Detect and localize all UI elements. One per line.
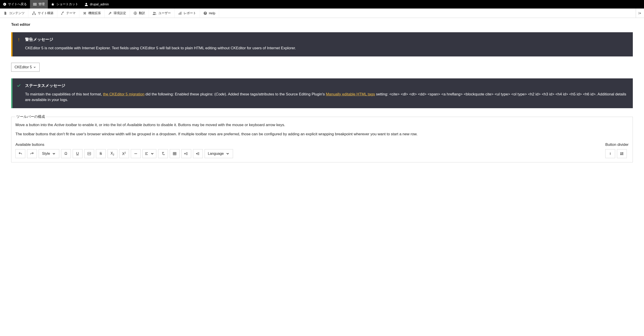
separator-button[interactable] <box>605 149 615 158</box>
svg-rect-36 <box>620 154 622 155</box>
horizontal-line-icon <box>134 152 138 156</box>
undo-icon <box>18 152 22 156</box>
tags-link[interactable]: Manually editable HTML tags <box>326 92 375 96</box>
admin-translate[interactable]: 翻訳 <box>130 9 149 18</box>
svg-rect-3 <box>33 5 37 5</box>
undo-button[interactable] <box>16 149 25 158</box>
chevron-down-icon <box>226 152 230 156</box>
people-icon <box>152 11 156 15</box>
admin-appearance[interactable]: テーマ <box>57 9 80 18</box>
svg-rect-7 <box>35 14 36 15</box>
svg-rect-34 <box>620 152 622 154</box>
admin-content[interactable]: コンテンツ <box>0 9 28 18</box>
subscript-icon: X2 <box>110 151 114 156</box>
section-title: Text editor <box>11 22 633 27</box>
alignment-button[interactable] <box>142 149 156 158</box>
collapse-toggle[interactable] <box>636 9 644 18</box>
admin-appearance-label: テーマ <box>66 11 76 15</box>
wrap-icon <box>620 152 624 156</box>
divider-buttons-row <box>605 149 628 158</box>
omega-icon: Ω <box>64 152 67 156</box>
document-icon <box>4 12 7 15</box>
back-to-site-link[interactable]: サイトへ戻る <box>0 0 30 9</box>
back-arrow-icon <box>3 3 6 6</box>
chart-icon <box>178 12 182 15</box>
toolbar-config-fieldset: ツールバーの構成 Move a button into the Active t… <box>11 114 633 162</box>
svg-point-9 <box>154 12 155 13</box>
redo-icon <box>30 152 34 156</box>
top-toolbar: サイトへ戻る 管理 ショートカット drupal_admin <box>0 0 644 9</box>
outdent-button[interactable] <box>193 149 203 158</box>
svg-rect-6 <box>32 14 34 15</box>
toolbar-desc-2: The toolbar buttons that don't fit the u… <box>16 131 628 137</box>
svg-rect-35 <box>622 152 624 154</box>
strikethrough-icon: S <box>100 152 102 156</box>
table-button[interactable] <box>170 149 180 158</box>
strikethrough-button[interactable]: S <box>96 149 106 158</box>
manage-toggle[interactable]: 管理 <box>30 0 48 9</box>
button-divider-label: Button divider <box>605 142 628 147</box>
wrench-icon <box>108 12 112 15</box>
star-icon <box>51 3 54 6</box>
horizontal-line-button[interactable] <box>131 149 141 158</box>
remove-format-button[interactable] <box>158 149 168 158</box>
collapse-icon <box>638 12 642 15</box>
paintbrush-icon <box>61 12 64 15</box>
svg-rect-2 <box>33 4 37 5</box>
separator-icon <box>608 152 612 156</box>
admin-config[interactable]: 環境設定 <box>105 9 130 18</box>
shortcuts-link[interactable]: ショートカット <box>48 0 82 9</box>
svg-point-0 <box>3 3 6 6</box>
migration-link[interactable]: the CKEditor 5 migration <box>103 92 144 96</box>
table-icon <box>173 152 177 156</box>
indent-button[interactable] <box>181 149 191 158</box>
indent-icon <box>184 152 188 156</box>
admin-content-label: コンテンツ <box>9 11 24 15</box>
chevron-down-icon <box>150 152 154 156</box>
hamburger-icon <box>33 3 37 6</box>
admin-structure[interactable]: サイト構築 <box>28 9 57 18</box>
puzzle-icon <box>83 12 86 15</box>
user-label: drupal_admin <box>90 3 109 6</box>
editor-select-value: CKEditor 5 <box>14 65 32 69</box>
admin-help[interactable]: ? Help <box>200 9 219 18</box>
warning-message: ! 警告メッセージ CKEditor 5 is not compatible w… <box>11 32 633 56</box>
superscript-button[interactable]: X2 <box>119 149 129 158</box>
svg-rect-1 <box>33 3 37 4</box>
redo-button[interactable] <box>27 149 37 158</box>
admin-config-label: 環境設定 <box>114 11 126 15</box>
shortcuts-label: ショートカット <box>56 2 78 6</box>
main-content: Text editor ! 警告メッセージ CKEditor 5 is not … <box>0 22 644 171</box>
special-char-button[interactable]: Ω <box>61 149 71 158</box>
admin-reports[interactable]: レポート <box>175 9 200 18</box>
admin-people[interactable]: ユーザー <box>149 9 175 18</box>
toolbar-config-legend: ツールバーの構成 <box>16 114 46 119</box>
svg-rect-22 <box>173 152 176 155</box>
user-menu[interactable]: drupal_admin <box>82 0 112 9</box>
underline-button[interactable]: U <box>73 149 82 158</box>
underline-icon: U <box>76 152 79 156</box>
svg-rect-5 <box>34 12 35 13</box>
status-title: ステータスメッセージ <box>25 83 628 88</box>
language-dropdown[interactable]: Language <box>204 149 233 158</box>
status-body: To maintain the capabilities of this tex… <box>25 91 628 103</box>
code-block-icon <box>87 152 91 156</box>
subscript-button[interactable]: X2 <box>108 149 118 158</box>
svg-text:?: ? <box>204 12 206 14</box>
admin-extend-label: 機能拡張 <box>88 11 101 15</box>
style-dropdown[interactable]: Style <box>39 149 59 158</box>
user-icon <box>84 3 88 6</box>
outdent-icon <box>196 152 200 156</box>
editor-select[interactable]: CKEditor 5 <box>11 63 40 72</box>
toolbar-desc-1: Move a button into the Active toolbar to… <box>16 122 628 128</box>
available-buttons-label: Available buttons <box>16 142 233 147</box>
code-block-button[interactable] <box>84 149 94 158</box>
help-icon: ? <box>204 12 207 15</box>
admin-translate-label: 翻訳 <box>139 11 145 15</box>
admin-extend[interactable]: 機能拡張 <box>80 9 105 18</box>
svg-rect-11 <box>179 13 179 15</box>
back-to-site-label: サイトへ戻る <box>8 2 27 6</box>
wrap-button[interactable] <box>617 149 627 158</box>
warning-icon: ! <box>12 32 25 56</box>
check-icon <box>12 78 25 108</box>
